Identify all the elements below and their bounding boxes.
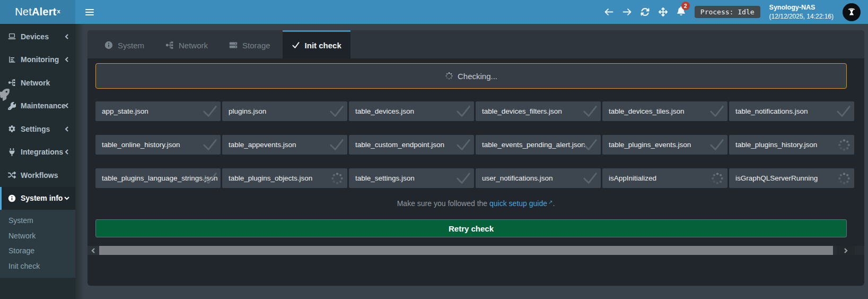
forward-icon[interactable] — [622, 7, 632, 16]
check-cell: table_plugins_language_strings.json — [95, 168, 221, 188]
server-icon — [229, 41, 238, 49]
sidebar-item-label: Maintenance — [21, 101, 66, 110]
shuffle-icon — [8, 171, 16, 179]
sidebar-item-settings[interactable]: Settings — [0, 117, 75, 141]
spinner-icon — [711, 172, 724, 185]
sidebar-item-maintenance[interactable]: Maintenance — [0, 95, 75, 118]
check-icon — [329, 138, 345, 152]
sidebar-item-integrations[interactable]: Integrations — [0, 141, 75, 164]
hamburger-icon[interactable] — [81, 0, 99, 24]
tab-label: Storage — [242, 41, 270, 50]
chevron-left-icon — [64, 149, 69, 155]
check-cell: table_events_pending_alert.json — [476, 135, 601, 155]
sidebar-item-label: Devices — [21, 32, 49, 41]
retry-check-button[interactable]: Retry check — [95, 219, 847, 237]
sidebar-item-monitoring[interactable]: Monitoring — [0, 48, 75, 72]
avatar[interactable] — [843, 3, 861, 21]
scrollbar-thumb[interactable] — [99, 246, 833, 255]
system-info-submenu: System Network Storage Init check — [0, 210, 75, 278]
submenu-item-label: Network — [8, 232, 36, 240]
chevron-left-icon — [64, 57, 69, 62]
check-cell: table_settings.json — [349, 168, 474, 188]
topbar: NetAlertx 2 Process: Idle Synology-NAS (… — [0, 0, 868, 24]
setup-note: Make sure you followed the quick setup g… — [87, 199, 864, 208]
tab-init-check[interactable]: Init check — [283, 30, 350, 58]
checking-label: Checking... — [458, 72, 497, 81]
check-cell: table_devices.json — [349, 101, 474, 121]
external-link-icon: ↗ — [548, 199, 553, 205]
check-cell: plugins.json — [222, 101, 347, 121]
checking-status-box: Checking... — [95, 63, 847, 89]
submenu-item[interactable]: Storage — [0, 243, 75, 259]
check-cell-label: table_plugins_events.json — [609, 141, 691, 149]
scroll-left-button[interactable] — [87, 246, 99, 255]
move-icon[interactable] — [659, 7, 668, 16]
check-cell-label: isGraphQLServerRunning — [735, 174, 818, 182]
check-icon — [836, 104, 852, 118]
sidebar-item-label: Integrations — [21, 148, 63, 156]
process-status-badge: Process: Idle — [695, 6, 760, 18]
check-cell-label: table_events_pending_alert.json — [482, 141, 585, 149]
check-cell: table_appevents.json — [222, 135, 347, 155]
sidebar-item-system-info[interactable]: System info — [0, 187, 75, 210]
submenu-item[interactable]: Init check — [0, 259, 75, 274]
submenu-item[interactable]: Network — [0, 228, 75, 244]
quick-setup-guide-link[interactable]: quick setup guide↗ — [489, 199, 553, 208]
tab-storage[interactable]: Storage — [220, 30, 279, 58]
brand-prefix: Net — [15, 6, 32, 18]
sidebar-item-workflows[interactable]: Workflows — [0, 164, 75, 187]
check-cell: user_notifications.json — [476, 168, 601, 188]
sidebar-item-label: System info — [21, 194, 63, 202]
main-panel: System Network Storage Init check Checki… — [87, 30, 864, 286]
tab-system[interactable]: System — [95, 30, 153, 58]
check-cell: app_state.json — [95, 101, 221, 121]
check-cell: table_devices_filters.json — [476, 101, 601, 121]
rocket-icon[interactable] — [0, 89, 10, 101]
init-check-grid: app_state.json plugins.json table_device… — [95, 101, 856, 188]
sidebar-item-label: Monitoring — [21, 55, 59, 64]
tab-network[interactable]: Network — [156, 30, 217, 58]
refresh-icon[interactable] — [641, 7, 650, 16]
gear-icon — [8, 125, 16, 133]
check-cell-label: table_settings.json — [355, 174, 415, 182]
check-cell: isGraphQLServerRunning — [729, 168, 854, 188]
check-cell: table_plugins_objects.json — [222, 168, 347, 188]
chevron-down-icon — [64, 195, 69, 201]
submenu-item-label: Init check — [8, 262, 40, 270]
check-cell-label: table_devices_filters.json — [482, 107, 562, 115]
submenu-item[interactable]: System — [0, 213, 75, 228]
note-prefix: Make sure you followed the — [397, 199, 489, 208]
host-info: Synology-NAS (12/12/2025, 14:22:16) — [769, 3, 834, 21]
sidebar-item-network[interactable]: Network — [0, 71, 75, 95]
chevron-left-icon — [64, 126, 69, 132]
app-logo[interactable]: NetAlertx — [0, 0, 75, 24]
check-cell-label: table_devices.json — [355, 107, 414, 115]
check-cell: table_online_history.json — [95, 135, 221, 155]
check-cell: table_custom_endpoint.json — [349, 135, 474, 155]
check-icon — [329, 104, 345, 118]
spinner-icon — [330, 172, 344, 185]
submenu-item-label: Storage — [8, 246, 34, 255]
sidebar-item-devices[interactable]: Devices — [0, 25, 75, 48]
sidebar: Devices Monitoring Network Maintenance S… — [0, 24, 75, 299]
sidebar-item-label: Network — [21, 79, 50, 87]
check-icon — [709, 138, 725, 152]
spinner-icon — [837, 138, 851, 152]
notifications-button[interactable]: 2 — [677, 6, 686, 18]
check-cell-label: table_online_history.json — [102, 141, 180, 149]
topbar-controls: 2 Process: Idle Synology-NAS (12/12/2025… — [604, 3, 868, 21]
check-cell-label: isAppInitialized — [609, 174, 656, 182]
wrench-icon — [8, 102, 16, 110]
back-icon[interactable] — [604, 7, 613, 16]
check-icon — [582, 138, 598, 152]
chevron-right-icon — [843, 248, 848, 253]
sidebar-shadow — [75, 24, 84, 299]
check-icon — [202, 138, 218, 152]
sidebar-item-label: Settings — [21, 125, 50, 133]
spinner-icon — [445, 72, 453, 80]
chevron-left-icon — [64, 103, 69, 108]
scroll-right-button[interactable] — [837, 246, 855, 255]
check-cell-label: user_notifications.json — [482, 174, 553, 182]
horizontal-scrollbar — [87, 246, 864, 255]
network-icon — [8, 79, 16, 87]
